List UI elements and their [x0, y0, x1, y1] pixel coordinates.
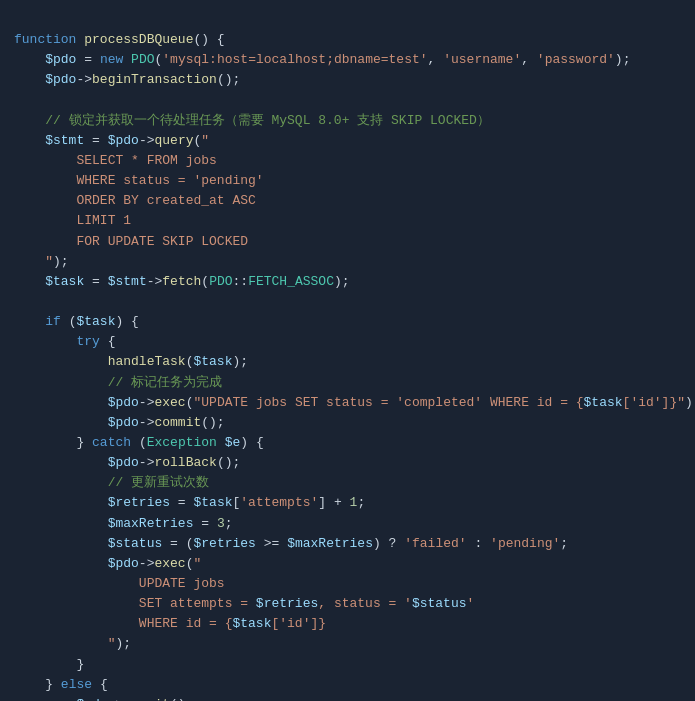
line-7: SELECT * FROM jobs: [14, 153, 217, 168]
line-2: $pdo = new PDO('mysql:host=localhost;dbn…: [14, 52, 630, 67]
line-14: [14, 294, 22, 309]
line-10: LIMIT 1: [14, 213, 131, 228]
code-editor: function processDBQueue() { $pdo = new P…: [0, 0, 695, 701]
line-20: $pdo->commit();: [14, 415, 225, 430]
line-8: WHERE status = 'pending': [14, 173, 264, 188]
line-1: function processDBQueue() {: [14, 32, 225, 47]
line-30: WHERE id = {$task['id']}: [14, 616, 326, 631]
line-9: ORDER BY created_at ASC: [14, 193, 256, 208]
line-11: FOR UPDATE SKIP LOCKED: [14, 234, 248, 249]
line-16: try {: [14, 334, 115, 349]
line-22: $pdo->rollBack();: [14, 455, 240, 470]
line-5: // 锁定并获取一个待处理任务（需要 MySQL 8.0+ 支持 SKIP LO…: [14, 113, 490, 128]
line-29: SET attempts = $retries, status = '$stat…: [14, 596, 474, 611]
line-19: $pdo->exec("UPDATE jobs SET status = 'co…: [14, 395, 695, 410]
line-23: // 更新重试次数: [14, 475, 209, 490]
line-32: }: [14, 657, 84, 672]
line-18: // 标记任务为完成: [14, 375, 222, 390]
line-34: $pdo->commit();: [14, 697, 193, 701]
line-3: $pdo->beginTransaction();: [14, 72, 240, 87]
line-28: UPDATE jobs: [14, 576, 225, 591]
line-4: [14, 93, 22, 108]
line-13: $task = $stmt->fetch(PDO::FETCH_ASSOC);: [14, 274, 350, 289]
line-17: handleTask($task);: [14, 354, 248, 369]
line-25: $maxRetries = 3;: [14, 516, 233, 531]
line-31: ");: [14, 636, 131, 651]
line-6: $stmt = $pdo->query(": [14, 133, 209, 148]
line-27: $pdo->exec(": [14, 556, 201, 571]
line-26: $status = ($retries >= $maxRetries) ? 'f…: [14, 536, 568, 551]
line-24: $retries = $task['attempts'] + 1;: [14, 495, 365, 510]
line-12: ");: [14, 254, 69, 269]
line-33: } else {: [14, 677, 108, 692]
line-21: } catch (Exception $e) {: [14, 435, 264, 450]
line-15: if ($task) {: [14, 314, 139, 329]
